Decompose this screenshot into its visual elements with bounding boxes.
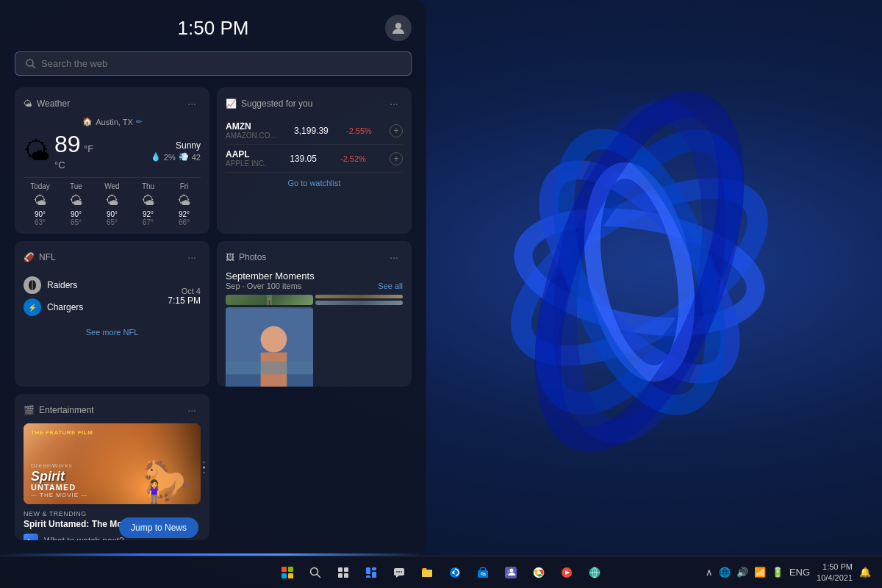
movie-badge: THE FEATURE FILM xyxy=(31,429,93,436)
photos-icon: 🖼 xyxy=(226,252,234,262)
taskbar-edge-btn[interactable] xyxy=(443,561,467,584)
svg-rect-48 xyxy=(372,572,376,578)
taskbar-store-btn[interactable]: 🛍 xyxy=(471,561,495,584)
stock-add-aapl[interactable]: + xyxy=(390,152,403,165)
taskbar: 🛍 xyxy=(0,556,882,588)
taskbar-teams-btn[interactable] xyxy=(499,561,523,584)
store-icon: 🛍 xyxy=(477,567,489,578)
watch-icon: ▶ xyxy=(24,534,38,540)
taskbar-taskview-btn[interactable] xyxy=(331,561,355,584)
scroll-dot-1 xyxy=(203,461,205,463)
svg-point-51 xyxy=(396,571,398,573)
photo-arch[interactable] xyxy=(226,295,313,305)
nfl-widget: 🏈 NFL ··· Raiders xyxy=(15,241,209,387)
svg-rect-43 xyxy=(344,567,348,572)
svg-point-60 xyxy=(507,570,510,573)
taskbar-globe-btn[interactable] xyxy=(583,561,606,584)
photos-widget: 🖼 Photos ··· September Moments Sep · Ove… xyxy=(217,241,412,387)
user-avatar[interactable] xyxy=(385,15,412,41)
weather-sun-icon: 🌤 xyxy=(24,136,50,167)
svg-line-10 xyxy=(32,65,35,68)
movie-title-spirit: Spirit xyxy=(31,470,87,483)
search-placeholder: Search the web xyxy=(41,58,107,69)
stock-info-amzn: AMZN AMAZON.CO... xyxy=(226,121,276,140)
stocks-menu-btn[interactable]: ··· xyxy=(385,96,403,111)
stock-row-aapl: AAPL APPLE INC. 139.05 -2.52% + xyxy=(226,145,403,173)
stock-add-amzn[interactable]: + xyxy=(390,124,403,137)
go-watchlist-btn[interactable]: Go to watchlist xyxy=(226,179,403,187)
stocks-icon: 📈 xyxy=(226,98,237,109)
search-icon xyxy=(26,59,35,68)
svg-point-7 xyxy=(510,81,769,462)
movie-untamed: UNTAMED xyxy=(31,483,87,492)
photos-see-all-btn[interactable]: See all xyxy=(378,282,403,290)
tray-wifi-icon[interactable]: 📶 xyxy=(752,565,768,579)
edit-location-icon[interactable]: ✏ xyxy=(136,118,142,126)
taskbar-search-btn[interactable] xyxy=(304,561,327,584)
tray-language-icon[interactable]: ENG xyxy=(787,565,812,579)
forecast-day-0: Today 🌤 90° 63° xyxy=(24,182,57,226)
photo-church[interactable] xyxy=(315,301,403,305)
jump-to-news-btn[interactable]: Jump to News xyxy=(119,517,198,538)
svg-point-63 xyxy=(537,570,541,574)
search-bar[interactable]: Search the web xyxy=(15,51,412,76)
stock-info-aapl: AAPL APPLE INC. xyxy=(226,149,266,168)
see-full-forecast-btn[interactable]: See full forecast xyxy=(24,232,201,234)
nfl-icon: 🏈 xyxy=(24,252,35,262)
nfl-title: 🏈 NFL xyxy=(24,252,56,262)
tray-battery-icon[interactable]: 🔋 xyxy=(770,565,786,579)
start-button[interactable] xyxy=(276,561,299,584)
weather-right: Sunny 💧 2% 💨 42 xyxy=(151,140,201,162)
panel-time: 1:50 PM xyxy=(147,17,279,40)
chat-icon xyxy=(393,567,405,578)
weather-menu-btn[interactable]: ··· xyxy=(183,96,201,111)
tray-volume-icon[interactable]: 🔊 xyxy=(734,565,750,579)
taskbar-chrome-btn[interactable] xyxy=(527,561,551,584)
svg-rect-47 xyxy=(372,567,376,570)
svg-rect-42 xyxy=(338,567,343,572)
chrome-icon xyxy=(533,567,545,578)
taskbar-media-btn[interactable] xyxy=(555,561,578,584)
notification-icon[interactable]: 🔔 xyxy=(857,565,873,579)
weather-icon: 🌤 xyxy=(24,98,32,109)
chargers-logo: ⚡ xyxy=(24,298,41,316)
svg-text:🛍: 🛍 xyxy=(481,571,486,576)
taskbar-right: ∧ 🌐 🔊 📶 🔋 ENG 1:50 PM 10/4/2021 🔔 xyxy=(703,562,873,583)
nfl-menu-btn[interactable]: ··· xyxy=(183,250,201,265)
taskbar-widgets-btn[interactable] xyxy=(359,561,383,584)
taskbar-search-icon xyxy=(309,567,321,578)
entertainment-icon: 🎬 xyxy=(24,405,35,415)
photos-menu-btn[interactable]: ··· xyxy=(385,250,403,265)
widgets-panel: 1:50 PM Search the web 🌤 Weather xyxy=(0,0,426,556)
svg-rect-18 xyxy=(268,300,270,305)
svg-rect-54 xyxy=(422,570,432,577)
team-raiders: Raiders xyxy=(24,276,83,294)
forecast-day-2: Wed 🌤 90° 65° xyxy=(96,182,129,226)
weather-temp: 89 °F °C xyxy=(54,131,93,171)
stocks-header: 📈 Suggested for you ··· xyxy=(226,96,403,111)
team-block: Raiders ⚡ Chargers xyxy=(24,276,83,316)
photo-person[interactable] xyxy=(226,307,313,387)
svg-rect-20 xyxy=(268,295,269,298)
weather-widget: 🌤 Weather ··· 🏠 Austin, TX ✏ 🌤 89 °F xyxy=(15,87,209,234)
photos-grid xyxy=(226,295,403,387)
explorer-icon xyxy=(421,567,433,578)
tray-network-icon[interactable]: 🌐 xyxy=(717,565,733,579)
svg-rect-45 xyxy=(344,573,348,578)
svg-text:⚡: ⚡ xyxy=(28,303,37,312)
taskbar-explorer-btn[interactable] xyxy=(415,561,439,584)
see-more-nfl-btn[interactable]: See more NFL xyxy=(24,328,201,337)
widgets-icon xyxy=(365,567,377,578)
weather-forecast: Today 🌤 90° 63° Tue 🌤 90° 65° Wed 🌤 90° … xyxy=(24,177,201,226)
taskbar-time[interactable]: 1:50 PM 10/4/2021 xyxy=(817,562,853,583)
panel-header: 1:50 PM xyxy=(15,15,412,41)
entertainment-menu-btn[interactable]: ··· xyxy=(183,403,201,417)
photo-cloister[interactable] xyxy=(315,295,403,299)
svg-point-59 xyxy=(510,568,514,572)
taskbar-chat-btn[interactable] xyxy=(387,561,411,584)
movie-card[interactable]: THE FEATURE FILM DreamWorks Spirit UNTAM… xyxy=(24,423,201,504)
movie-the-movie: — THE MOVIE — xyxy=(31,492,87,498)
weather-location: 🏠 Austin, TX ✏ xyxy=(24,117,201,126)
weather-temp-block: 🌤 89 °F °C xyxy=(24,131,93,171)
tray-arrow-icon[interactable]: ∧ xyxy=(703,565,715,579)
